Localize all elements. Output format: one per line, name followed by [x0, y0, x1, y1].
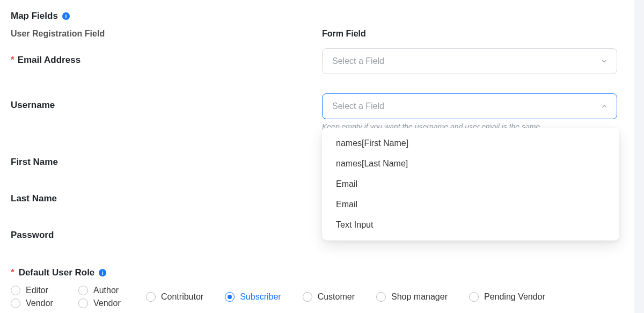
radio-icon	[78, 286, 88, 295]
required-marker: *	[11, 55, 14, 65]
radio-vendor-1[interactable]: Vendor	[11, 299, 57, 308]
vertical-scrollbar[interactable]	[634, 0, 644, 313]
option-names-last-name[interactable]: names[Last Name]	[322, 154, 619, 174]
radio-vendor-2[interactable]: Vendor	[78, 299, 125, 308]
radio-pending-vendor[interactable]: Pending Vendor	[469, 286, 545, 308]
label-username: Username	[11, 100, 55, 111]
radio-customer[interactable]: Customer	[303, 286, 355, 308]
radio-shop-manager[interactable]: Shop manager	[376, 286, 448, 308]
radio-icon	[78, 299, 88, 308]
radio-icon	[469, 292, 479, 302]
radio-author[interactable]: Author	[78, 286, 125, 295]
select-username-field[interactable]: Select a Field	[322, 93, 617, 119]
option-email-2[interactable]: Email	[322, 194, 619, 215]
option-text-input[interactable]: Text Input	[322, 215, 619, 235]
chevron-up-icon	[601, 103, 608, 110]
radio-icon	[376, 292, 386, 302]
dropdown-username-options: names[First Name] names[Last Name] Email…	[322, 128, 619, 241]
select-email-field[interactable]: Select a Field	[322, 48, 617, 74]
section-title: Map Fields	[11, 11, 58, 21]
option-email-1[interactable]: Email	[322, 174, 619, 194]
radio-icon	[11, 286, 20, 295]
column-header-user-registration: User Registration Field	[11, 29, 311, 39]
radio-icon	[303, 292, 312, 302]
radio-label: Subscriber	[240, 292, 281, 302]
radio-label: Pending Vendor	[484, 292, 545, 302]
radio-label: Shop manager	[391, 292, 448, 302]
radio-editor[interactable]: Editor	[11, 286, 57, 295]
select-placeholder: Select a Field	[332, 101, 384, 111]
label-password: Password	[11, 230, 54, 241]
radio-label: Vendor	[93, 299, 121, 308]
radio-icon	[11, 299, 20, 308]
label-default-user-role: Default User Role	[19, 267, 95, 278]
label-last-name: Last Name	[11, 193, 57, 204]
radio-label: Contributor	[161, 292, 203, 302]
select-placeholder: Select a Field	[332, 56, 384, 66]
column-header-form-field: Form Field	[322, 29, 617, 39]
radio-subscriber[interactable]: Subscriber	[225, 286, 281, 308]
required-marker: *	[11, 267, 14, 278]
option-names-first-name[interactable]: names[First Name]	[322, 133, 619, 154]
label-email-address: Email Address	[18, 55, 80, 65]
radio-icon	[225, 292, 235, 302]
radio-label: Customer	[318, 292, 355, 302]
label-first-name: First Name	[11, 157, 58, 168]
chevron-down-icon	[601, 57, 608, 65]
radio-label: Vendor	[26, 299, 53, 308]
info-icon[interactable]: i	[99, 269, 106, 276]
radio-contributor[interactable]: Contributor	[146, 286, 203, 308]
radio-label: Editor	[26, 286, 48, 295]
role-radio-group: Editor Vendor Author Vendor Contributor …	[11, 286, 601, 308]
radio-label: Author	[93, 286, 119, 295]
radio-icon	[146, 292, 156, 302]
info-icon[interactable]: i	[62, 12, 70, 20]
